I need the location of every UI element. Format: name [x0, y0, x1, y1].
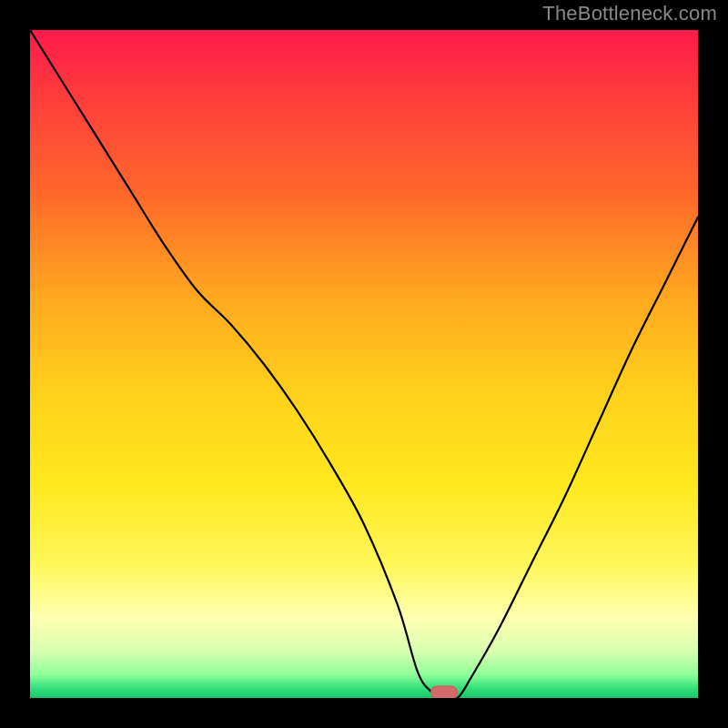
optimal-marker: [430, 686, 458, 699]
chart-frame: TheBottleneck.com: [0, 0, 728, 728]
bottleneck-curve: [30, 30, 698, 698]
watermark-text: TheBottleneck.com: [542, 2, 717, 25]
plot-area: [30, 30, 698, 698]
